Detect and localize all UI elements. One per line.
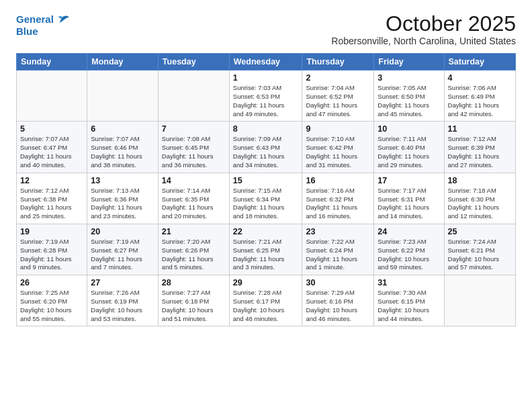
day-info: Sunrise: 7:24 AM Sunset: 6:21 PM Dayligh…: [448, 238, 512, 272]
day-number: 11: [448, 124, 512, 134]
day-number: 8: [233, 124, 299, 134]
day-info: Sunrise: 7:06 AM Sunset: 6:49 PM Dayligh…: [448, 84, 512, 118]
calendar-cell: 12Sunrise: 7:12 AM Sunset: 6:38 PM Dayli…: [17, 173, 87, 224]
calendar-week-row: 12Sunrise: 7:12 AM Sunset: 6:38 PM Dayli…: [17, 173, 516, 224]
calendar-cell: 17Sunrise: 7:17 AM Sunset: 6:31 PM Dayli…: [374, 173, 444, 224]
day-number: 26: [20, 278, 83, 287]
calendar-cell: [158, 71, 229, 122]
day-number: 30: [306, 278, 370, 287]
calendar-cell: 3Sunrise: 7:05 AM Sunset: 6:50 PM Daylig…: [374, 71, 444, 122]
calendar-cell: 18Sunrise: 7:18 AM Sunset: 6:30 PM Dayli…: [444, 173, 515, 224]
day-number: 25: [448, 227, 512, 236]
day-number: 17: [378, 176, 440, 185]
logo: General Blue: [16, 12, 70, 37]
day-info: Sunrise: 7:19 AM Sunset: 6:27 PM Dayligh…: [91, 238, 154, 272]
day-info: Sunrise: 7:09 AM Sunset: 6:43 PM Dayligh…: [233, 135, 299, 169]
calendar-cell: 21Sunrise: 7:20 AM Sunset: 6:26 PM Dayli…: [158, 224, 229, 275]
day-number: 14: [162, 176, 226, 185]
day-header-monday: Monday: [87, 54, 159, 71]
day-number: 23: [306, 227, 370, 236]
day-info: Sunrise: 7:25 AM Sunset: 6:20 PM Dayligh…: [20, 289, 83, 323]
calendar-cell: 16Sunrise: 7:16 AM Sunset: 6:32 PM Dayli…: [302, 173, 374, 224]
calendar-cell: 29Sunrise: 7:28 AM Sunset: 6:17 PM Dayli…: [229, 275, 302, 326]
day-info: Sunrise: 7:12 AM Sunset: 6:38 PM Dayligh…: [20, 187, 83, 221]
calendar-cell: 8Sunrise: 7:09 AM Sunset: 6:43 PM Daylig…: [229, 122, 302, 173]
day-number: 24: [378, 227, 440, 236]
day-info: Sunrise: 7:04 AM Sunset: 6:52 PM Dayligh…: [306, 84, 370, 118]
calendar-subtitle: Robersonville, North Carolina, United St…: [331, 36, 516, 46]
day-info: Sunrise: 7:08 AM Sunset: 6:45 PM Dayligh…: [162, 135, 226, 169]
calendar-cell: 31Sunrise: 7:30 AM Sunset: 6:15 PM Dayli…: [374, 275, 444, 326]
day-info: Sunrise: 7:30 AM Sunset: 6:15 PM Dayligh…: [378, 289, 440, 323]
day-number: 18: [448, 176, 512, 185]
calendar-cell: 26Sunrise: 7:25 AM Sunset: 6:20 PM Dayli…: [17, 275, 87, 326]
calendar-cell: 9Sunrise: 7:10 AM Sunset: 6:42 PM Daylig…: [302, 122, 374, 173]
day-info: Sunrise: 7:16 AM Sunset: 6:32 PM Dayligh…: [306, 187, 370, 221]
day-info: Sunrise: 7:28 AM Sunset: 6:17 PM Dayligh…: [233, 289, 299, 323]
day-number: 19: [20, 227, 83, 236]
day-number: 16: [306, 176, 370, 185]
calendar-cell: 10Sunrise: 7:11 AM Sunset: 6:40 PM Dayli…: [374, 122, 444, 173]
day-info: Sunrise: 7:03 AM Sunset: 6:53 PM Dayligh…: [233, 84, 299, 118]
page: General Blue October 2025 Robersonville,…: [0, 0, 532, 411]
day-number: 7: [162, 124, 226, 134]
day-number: 4: [448, 73, 512, 83]
day-number: 22: [233, 227, 299, 236]
day-info: Sunrise: 7:07 AM Sunset: 6:46 PM Dayligh…: [91, 135, 154, 169]
day-info: Sunrise: 7:13 AM Sunset: 6:36 PM Dayligh…: [91, 187, 154, 221]
calendar-cell: [17, 71, 87, 122]
calendar-cell: 24Sunrise: 7:23 AM Sunset: 6:22 PM Dayli…: [374, 224, 444, 275]
calendar-cell: 7Sunrise: 7:08 AM Sunset: 6:45 PM Daylig…: [158, 122, 229, 173]
day-number: 29: [233, 278, 299, 287]
day-info: Sunrise: 7:11 AM Sunset: 6:40 PM Dayligh…: [378, 135, 440, 169]
calendar-cell: 15Sunrise: 7:15 AM Sunset: 6:34 PM Dayli…: [229, 173, 302, 224]
day-number: 12: [20, 176, 83, 185]
calendar-cell: 22Sunrise: 7:21 AM Sunset: 6:25 PM Dayli…: [229, 224, 302, 275]
calendar-cell: 11Sunrise: 7:12 AM Sunset: 6:39 PM Dayli…: [444, 122, 515, 173]
calendar-cell: 4Sunrise: 7:06 AM Sunset: 6:49 PM Daylig…: [444, 71, 515, 122]
calendar-cell: 14Sunrise: 7:14 AM Sunset: 6:35 PM Dayli…: [158, 173, 229, 224]
day-number: 3: [378, 73, 440, 83]
day-number: 21: [162, 227, 226, 236]
calendar-header-row: SundayMondayTuesdayWednesdayThursdayFrid…: [17, 54, 516, 71]
day-number: 9: [306, 124, 370, 134]
day-number: 31: [378, 278, 440, 287]
calendar-cell: [87, 71, 159, 122]
calendar-cell: 30Sunrise: 7:29 AM Sunset: 6:16 PM Dayli…: [302, 275, 374, 326]
logo-bird-icon: [55, 12, 70, 27]
calendar-cell: 6Sunrise: 7:07 AM Sunset: 6:46 PM Daylig…: [87, 122, 159, 173]
day-info: Sunrise: 7:20 AM Sunset: 6:26 PM Dayligh…: [162, 238, 226, 272]
day-number: 5: [20, 124, 83, 134]
day-info: Sunrise: 7:21 AM Sunset: 6:25 PM Dayligh…: [233, 238, 299, 272]
logo-text: General: [16, 13, 54, 25]
day-info: Sunrise: 7:18 AM Sunset: 6:30 PM Dayligh…: [448, 187, 512, 221]
calendar-week-row: 26Sunrise: 7:25 AM Sunset: 6:20 PM Dayli…: [17, 275, 516, 326]
day-number: 1: [233, 73, 299, 83]
day-info: Sunrise: 7:12 AM Sunset: 6:39 PM Dayligh…: [448, 135, 512, 169]
day-header-friday: Friday: [374, 54, 444, 71]
title-block: October 2025 Robersonville, North Caroli…: [331, 12, 516, 46]
day-number: 15: [233, 176, 299, 185]
calendar-cell: 13Sunrise: 7:13 AM Sunset: 6:36 PM Dayli…: [87, 173, 159, 224]
day-number: 27: [91, 278, 154, 287]
day-info: Sunrise: 7:05 AM Sunset: 6:50 PM Dayligh…: [378, 84, 440, 118]
calendar-cell: [444, 275, 515, 326]
day-number: 6: [91, 124, 154, 134]
day-number: 2: [306, 73, 370, 83]
calendar-week-row: 1Sunrise: 7:03 AM Sunset: 6:53 PM Daylig…: [17, 71, 516, 122]
calendar-cell: 20Sunrise: 7:19 AM Sunset: 6:27 PM Dayli…: [87, 224, 159, 275]
header: General Blue October 2025 Robersonville,…: [16, 12, 516, 46]
calendar-table: SundayMondayTuesdayWednesdayThursdayFrid…: [16, 53, 516, 326]
day-info: Sunrise: 7:29 AM Sunset: 6:16 PM Dayligh…: [306, 289, 370, 323]
day-number: 10: [378, 124, 440, 134]
day-info: Sunrise: 7:17 AM Sunset: 6:31 PM Dayligh…: [378, 187, 440, 221]
day-header-tuesday: Tuesday: [158, 54, 229, 71]
day-info: Sunrise: 7:26 AM Sunset: 6:19 PM Dayligh…: [91, 289, 154, 323]
logo-blue-text: Blue: [16, 26, 70, 37]
day-header-wednesday: Wednesday: [229, 54, 302, 71]
day-info: Sunrise: 7:23 AM Sunset: 6:22 PM Dayligh…: [378, 238, 440, 272]
day-info: Sunrise: 7:22 AM Sunset: 6:24 PM Dayligh…: [306, 238, 370, 272]
calendar-cell: 25Sunrise: 7:24 AM Sunset: 6:21 PM Dayli…: [444, 224, 515, 275]
calendar-week-row: 5Sunrise: 7:07 AM Sunset: 6:47 PM Daylig…: [17, 122, 516, 173]
calendar-week-row: 19Sunrise: 7:19 AM Sunset: 6:28 PM Dayli…: [17, 224, 516, 275]
